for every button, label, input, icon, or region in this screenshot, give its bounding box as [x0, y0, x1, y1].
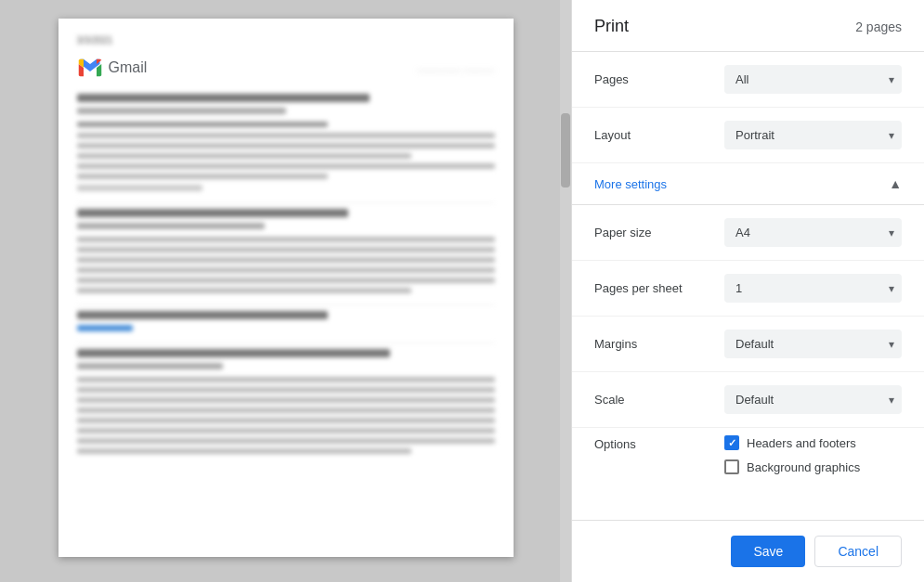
page-preview: 3/3/2021 Gmail ................. .......…: [59, 19, 514, 557]
paper-size-setting-row: Paper size A4 Letter Legal A3 ▾: [572, 205, 924, 261]
scale-label: Scale: [594, 393, 724, 407]
scale-setting-row: Scale Default Custom Fit to width ▾: [572, 372, 924, 428]
options-label: Options: [594, 435, 724, 451]
options-checkboxes: Headers and footers Background graphics: [724, 435, 902, 474]
headers-footers-label: Headers and footers: [747, 436, 856, 450]
pages-control: All 1 2 Custom ▾: [724, 65, 902, 94]
pages-per-sheet-select-wrapper: 1 2 4 6 9 16 ▾: [724, 274, 902, 303]
layout-select[interactable]: Portrait Landscape: [724, 121, 902, 149]
scale-select[interactable]: Default Custom Fit to width: [724, 385, 902, 414]
print-title: Print: [594, 17, 629, 36]
scale-select-wrapper: Default Custom Fit to width ▾: [724, 385, 902, 414]
pages-per-sheet-select[interactable]: 1 2 4 6 9 16: [724, 274, 902, 303]
print-pages-count: 2 pages: [855, 19, 902, 34]
scrollbar-thumb[interactable]: [561, 113, 570, 188]
layout-setting-row: Layout Portrait Landscape ▾: [572, 108, 924, 163]
print-body: Pages All 1 2 Custom ▾ Layout: [572, 52, 924, 520]
print-footer: Save Cancel: [572, 520, 924, 582]
headers-footers-checkbox[interactable]: [724, 435, 739, 450]
pages-per-sheet-label: Pages per sheet: [594, 281, 724, 295]
preview-date: 3/3/2021: [77, 35, 495, 45]
pages-per-sheet-setting-row: Pages per sheet 1 2 4 6 9 16 ▾: [572, 261, 924, 317]
gmail-right-text: ................. ............: [417, 63, 494, 73]
print-header: Print 2 pages: [572, 0, 924, 52]
paper-size-select-wrapper: A4 Letter Legal A3 ▾: [724, 218, 902, 247]
layout-select-wrapper: Portrait Landscape ▾: [724, 121, 902, 149]
pages-setting-row: Pages All 1 2 Custom ▾: [572, 52, 924, 108]
scrollbar-track[interactable]: [560, 0, 571, 582]
paper-size-label: Paper size: [594, 226, 724, 239]
cancel-button[interactable]: Cancel: [814, 536, 902, 567]
chevron-up-icon: ▲: [889, 176, 902, 191]
more-settings-label: More settings: [594, 177, 667, 191]
margins-select[interactable]: Default None Minimum Custom: [724, 330, 902, 358]
margins-control: Default None Minimum Custom ▾: [724, 330, 902, 358]
gmail-logo-icon: [77, 55, 103, 81]
pages-select[interactable]: All 1 2 Custom: [724, 65, 902, 94]
margins-select-wrapper: Default None Minimum Custom ▾: [724, 330, 902, 358]
margins-setting-row: Margins Default None Minimum Custom ▾: [572, 317, 924, 372]
pages-label: Pages: [594, 72, 724, 86]
preview-content: [77, 94, 495, 454]
background-graphics-label: Background graphics: [747, 460, 860, 474]
layout-label: Layout: [594, 128, 724, 142]
preview-panel: 3/3/2021 Gmail ................. .......…: [0, 0, 571, 582]
save-button[interactable]: Save: [731, 536, 805, 567]
margins-label: Margins: [594, 337, 724, 351]
print-panel: Print 2 pages Pages All 1 2 Custom ▾ L: [571, 0, 924, 582]
gmail-label: Gmail: [109, 59, 148, 76]
paper-size-select[interactable]: A4 Letter Legal A3: [724, 218, 902, 247]
paper-size-control: A4 Letter Legal A3 ▾: [724, 218, 902, 247]
options-row: Options Headers and footers Background g…: [572, 428, 924, 487]
background-graphics-item: Background graphics: [724, 459, 902, 474]
gmail-header: Gmail ................. ............: [77, 55, 495, 81]
layout-control: Portrait Landscape ▾: [724, 121, 902, 149]
more-settings-row[interactable]: More settings ▲: [572, 163, 924, 205]
background-graphics-checkbox[interactable]: [724, 459, 739, 474]
headers-footers-item: Headers and footers: [724, 435, 902, 450]
pages-per-sheet-control: 1 2 4 6 9 16 ▾: [724, 274, 902, 303]
pages-select-wrapper: All 1 2 Custom ▾: [724, 65, 902, 94]
scale-control: Default Custom Fit to width ▾: [724, 385, 902, 414]
